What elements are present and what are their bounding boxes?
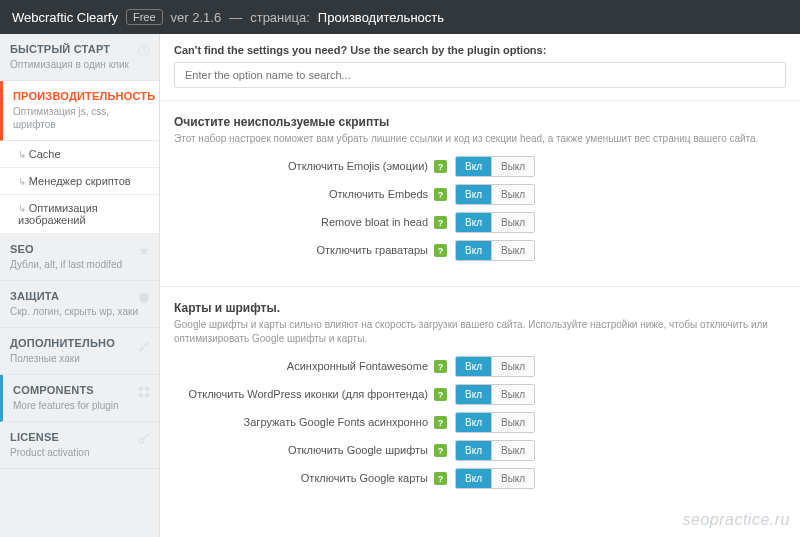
option-remove-bloat: Remove bloat in head ? ВклВыкл (174, 212, 786, 233)
brand-name: Webcraftic Clearfy (12, 10, 118, 25)
search-label: Can't find the settings you need? Use th… (174, 44, 786, 56)
help-icon[interactable]: ? (434, 416, 447, 429)
toggle-switch[interactable]: ВклВыкл (455, 468, 535, 489)
toggle-switch[interactable]: ВклВыкл (455, 356, 535, 377)
help-icon[interactable]: ? (434, 216, 447, 229)
option-label: Отключить Emojis (эмоции) (174, 159, 434, 173)
nav-title: SEO (10, 243, 149, 255)
toggle-switch[interactable]: ВклВыкл (455, 156, 535, 177)
toggle-on[interactable]: Вкл (456, 357, 492, 376)
toggle-switch[interactable]: ВклВыкл (455, 384, 535, 405)
toggle-switch[interactable]: ВклВыкл (455, 184, 535, 205)
toggle-on[interactable]: Вкл (456, 241, 492, 260)
nav-title: БЫСТРЫЙ СТАРТ (10, 43, 149, 55)
help-icon[interactable]: ? (434, 244, 447, 257)
nav-extra[interactable]: ДОПОЛНИТЕЛЬНО Полезные хаки (0, 328, 159, 375)
header-dash: — (229, 10, 242, 25)
help-icon[interactable]: ? (434, 360, 447, 373)
toggle-switch[interactable]: ВклВыкл (455, 412, 535, 433)
toggle-switch[interactable]: ВклВыкл (455, 212, 535, 233)
clock-icon (137, 44, 151, 58)
nav-components[interactable]: COMPONENTS More features for plugin (0, 375, 159, 422)
nav-subtitle: More features for plugin (13, 399, 149, 412)
page-title: Производительность (318, 10, 444, 25)
nav-subtitle: Дубли, alt, if last modifed (10, 258, 149, 271)
top-header: Webcraftic Clearfy Free ver 2.1.6 — стра… (0, 0, 800, 34)
option-label: Отключить граватары (174, 243, 434, 257)
key-icon (137, 432, 151, 446)
toggle-off[interactable]: Выкл (492, 241, 534, 260)
svg-point-5 (139, 438, 144, 443)
svg-rect-2 (145, 387, 149, 391)
subnav-script-manager[interactable]: Менеджер скриптов (0, 168, 159, 195)
toggle-switch[interactable]: ВклВыкл (455, 240, 535, 261)
option-label: Отключить Google карты (174, 471, 434, 485)
nav-performance[interactable]: ПРОИЗВОДИТЕЛЬНОСТЬ Оптимизация js, css, … (0, 81, 159, 141)
nav-title: ПРОИЗВОДИТЕЛЬНОСТЬ (13, 90, 149, 102)
help-icon[interactable]: ? (434, 160, 447, 173)
help-icon[interactable]: ? (434, 188, 447, 201)
option-disable-gravatar: Отключить граватары ? ВклВыкл (174, 240, 786, 261)
search-area: Can't find the settings you need? Use th… (160, 34, 800, 88)
performance-subnav: Cache Менеджер скриптов Оптимизация изоб… (0, 141, 159, 234)
toggle-on[interactable]: Вкл (456, 385, 492, 404)
toggle-switch[interactable]: ВклВыкл (455, 440, 535, 461)
toggle-off[interactable]: Выкл (492, 413, 534, 432)
toggle-off[interactable]: Выкл (492, 357, 534, 376)
option-disable-google-fonts: Отключить Google шрифты ? ВклВыкл (174, 440, 786, 461)
search-input[interactable] (174, 62, 786, 88)
subnav-image-optimization[interactable]: Оптимизация изображений (0, 195, 159, 234)
version-text: ver 2.1.6 (171, 10, 222, 25)
option-label: Асинхронный Fontawesome (174, 359, 434, 373)
nav-title: ЗАЩИТА (10, 290, 149, 302)
nav-subtitle: Оптимизация js, css, шрифтов (13, 105, 149, 131)
toggle-off[interactable]: Выкл (492, 469, 534, 488)
svg-rect-1 (139, 387, 143, 391)
nav-seo[interactable]: SEO Дубли, alt, if last modifed (0, 234, 159, 281)
nav-quickstart[interactable]: БЫСТРЫЙ СТАРТ Оптимизация в один клик (0, 34, 159, 81)
option-disable-embeds: Отключить Embeds ? ВклВыкл (174, 184, 786, 205)
toggle-off[interactable]: Выкл (492, 385, 534, 404)
section-desc: Этот набор настроек поможет вам убрать л… (174, 132, 786, 146)
svg-rect-3 (139, 393, 143, 397)
shield-icon (137, 291, 151, 305)
option-label: Загружать Google Fonts асинхронно (174, 415, 434, 429)
section-desc: Google шрифты и карты сильно влияют на с… (174, 318, 786, 346)
subnav-cache[interactable]: Cache (0, 141, 159, 168)
option-label: Remove bloat in head (174, 215, 434, 229)
help-icon[interactable]: ? (434, 444, 447, 457)
section-heading: Очистите неиспользуемые скрипты (174, 115, 786, 129)
nav-title: COMPONENTS (13, 384, 149, 396)
toggle-on[interactable]: Вкл (456, 157, 492, 176)
nav-subtitle: Скр. логин, скрыть wp, хаки (10, 305, 149, 318)
grid-icon (137, 385, 151, 399)
option-async-google-fonts: Загружать Google Fonts асинхронно ? ВклВ… (174, 412, 786, 433)
nav-subtitle: Product activation (10, 446, 149, 459)
toggle-on[interactable]: Вкл (456, 413, 492, 432)
option-label: Отключить Google шрифты (174, 443, 434, 457)
license-badge: Free (126, 9, 163, 25)
toggle-off[interactable]: Выкл (492, 157, 534, 176)
option-label: Отключить WordPress иконки (для фронтенд… (174, 387, 434, 401)
toggle-on[interactable]: Вкл (456, 469, 492, 488)
toggle-on[interactable]: Вкл (456, 185, 492, 204)
nav-license[interactable]: LICENSE Product activation (0, 422, 159, 469)
nav-subtitle: Оптимизация в один клик (10, 58, 149, 71)
hammer-icon (137, 338, 151, 352)
help-icon[interactable]: ? (434, 472, 447, 485)
option-disable-google-maps: Отключить Google карты ? ВклВыкл (174, 468, 786, 489)
section-heading: Карты и шрифты. (174, 301, 786, 315)
toggle-off[interactable]: Выкл (492, 185, 534, 204)
toggle-off[interactable]: Выкл (492, 441, 534, 460)
sidebar: БЫСТРЫЙ СТАРТ Оптимизация в один клик ПР… (0, 34, 160, 537)
toggle-off[interactable]: Выкл (492, 213, 534, 232)
svg-rect-4 (145, 393, 149, 397)
option-disable-wp-icons: Отключить WordPress иконки (для фронтенд… (174, 384, 786, 405)
toggle-on[interactable]: Вкл (456, 441, 492, 460)
help-icon[interactable]: ? (434, 388, 447, 401)
nav-title: ДОПОЛНИТЕЛЬНО (10, 337, 149, 349)
toggle-on[interactable]: Вкл (456, 213, 492, 232)
nav-title: LICENSE (10, 431, 149, 443)
star-icon (137, 244, 151, 258)
nav-defence[interactable]: ЗАЩИТА Скр. логин, скрыть wp, хаки (0, 281, 159, 328)
